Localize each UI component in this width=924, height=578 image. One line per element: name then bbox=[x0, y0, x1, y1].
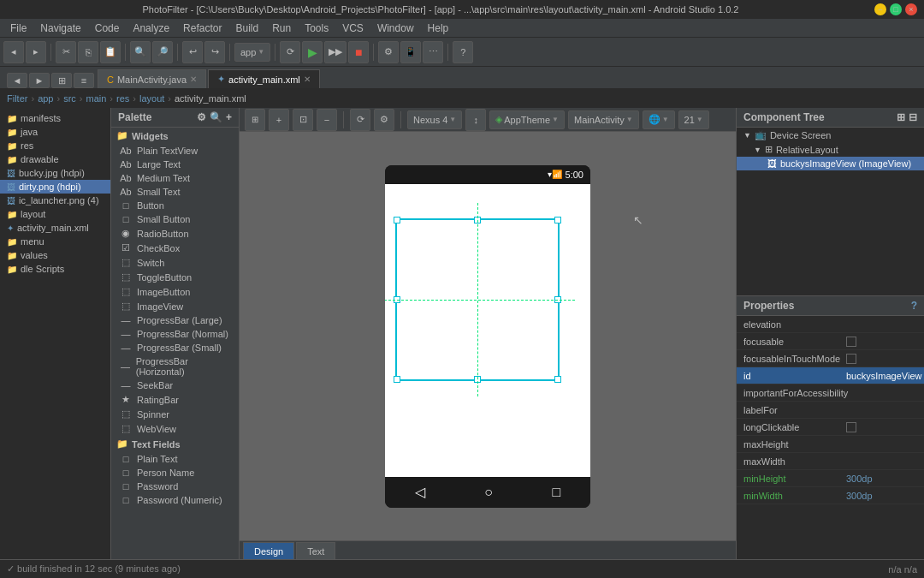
menu-refactor[interactable]: Refactor bbox=[176, 21, 228, 36]
nav-recent-icon[interactable]: □ bbox=[553, 485, 561, 500]
phone-content[interactable] bbox=[385, 184, 590, 477]
handle-bottomright[interactable] bbox=[554, 376, 561, 383]
theme-btn[interactable]: ⚙ bbox=[374, 109, 394, 131]
palette-password-numeric[interactable]: □ Password (Numeric) bbox=[111, 493, 239, 507]
design-canvas[interactable]: ▾ 📶 5:00 bbox=[240, 132, 736, 540]
properties-help-icon[interactable]: ? bbox=[911, 300, 917, 312]
palette-widgets-section[interactable]: 📁 Widgets bbox=[111, 128, 239, 144]
palette-imagebutton[interactable]: ⬚ ImageButton bbox=[111, 284, 239, 299]
handle-bottomleft[interactable] bbox=[394, 376, 400, 383]
toolbar-help[interactable]: ? bbox=[453, 41, 473, 63]
toolbar-more[interactable]: ⋯ bbox=[423, 41, 443, 63]
tab-text[interactable]: Text bbox=[296, 542, 335, 559]
nav-back-icon[interactable]: ◁ bbox=[415, 484, 425, 500]
handle-bottommid[interactable] bbox=[474, 376, 481, 383]
tab-activity-main-xml[interactable]: ✦ activity_main.xml ✕ bbox=[208, 69, 320, 88]
minimize-button[interactable]: − bbox=[874, 3, 886, 15]
zoom-in-btn[interactable]: + bbox=[269, 109, 289, 131]
prop-minwidth-value[interactable]: 300dp bbox=[846, 491, 917, 501]
handle-topright[interactable] bbox=[554, 217, 561, 223]
refresh-btn[interactable]: ⟳ bbox=[350, 109, 370, 131]
palette-plain-textview[interactable]: Ab Plain TextView bbox=[111, 144, 239, 158]
tab-design[interactable]: Design bbox=[243, 542, 294, 559]
toolbar-sdk[interactable]: ⚙ bbox=[378, 41, 399, 63]
breadcrumb-main[interactable]: main bbox=[86, 93, 107, 104]
ct-relativelayout[interactable]: ▼ ⊞ RelativeLayout bbox=[737, 142, 924, 157]
menu-code[interactable]: Code bbox=[88, 21, 127, 36]
menu-run[interactable]: Run bbox=[265, 21, 298, 36]
palette-password[interactable]: □ Password bbox=[111, 480, 239, 493]
tab-mainactivity[interactable]: C MainActivity.java ✕ bbox=[98, 69, 206, 88]
palette-textfields-section[interactable]: 📁 Text Fields bbox=[111, 436, 239, 452]
menu-tools[interactable]: Tools bbox=[298, 21, 335, 36]
breadcrumb-res[interactable]: res bbox=[116, 93, 129, 104]
menu-vcs[interactable]: VCS bbox=[335, 21, 370, 36]
maximize-button[interactable]: □ bbox=[890, 3, 902, 15]
palette-progressbar-small[interactable]: — ProgressBar (Small) bbox=[111, 341, 239, 355]
coverage-button[interactable]: ▶▶ bbox=[324, 41, 346, 63]
prop-minheight-value[interactable]: 300dp bbox=[846, 474, 917, 484]
palette-medium-text[interactable]: Ab Medium Text bbox=[111, 171, 239, 185]
prop-id-value[interactable]: buckysImageView bbox=[846, 371, 921, 381]
tree-item-gradle[interactable]: 📁 dle Scripts bbox=[0, 262, 110, 276]
toolbar-forward[interactable]: ▸ bbox=[26, 41, 46, 63]
palette-imageview[interactable]: ⬚ ImageView bbox=[111, 299, 239, 313]
run-button[interactable]: ▶ bbox=[302, 41, 323, 63]
menu-build[interactable]: Build bbox=[228, 21, 265, 36]
ct-imageview[interactable]: 🖼 buckysImageView (ImageView) bbox=[737, 157, 924, 170]
layout-bounds-btn[interactable]: ⊞ bbox=[245, 109, 265, 131]
breadcrumb-app[interactable]: app bbox=[38, 93, 53, 104]
breadcrumb-filter[interactable]: Filter bbox=[7, 93, 27, 104]
tree-item-activity-main[interactable]: ✦ activity_main.xml bbox=[0, 221, 110, 235]
menu-navigate[interactable]: Navigate bbox=[33, 21, 87, 36]
palette-progressbar-horiz[interactable]: — ProgressBar (Horizontal) bbox=[111, 355, 239, 378]
handle-midright[interactable] bbox=[554, 296, 561, 303]
tree-item-layout[interactable]: 📁 layout bbox=[0, 207, 110, 221]
palette-small-button[interactable]: □ Small Button bbox=[111, 212, 239, 226]
apptheme-dropdown[interactable]: ◈ AppTheme ▼ bbox=[489, 110, 565, 129]
toolbar-sync[interactable]: ⟳ bbox=[280, 41, 300, 63]
zoom-fit-btn[interactable]: ⊡ bbox=[293, 109, 313, 131]
palette-webview[interactable]: ⬚ WebView bbox=[111, 421, 239, 436]
ct-device-screen[interactable]: ▼ 📺 Device Screen bbox=[737, 128, 924, 142]
handle-midleft[interactable] bbox=[394, 296, 400, 303]
tree-item-drawable[interactable]: 📁 drawable bbox=[0, 152, 110, 166]
palette-switch[interactable]: ⬚ Switch bbox=[111, 255, 239, 270]
toolbar-search[interactable]: 🔍 bbox=[130, 41, 151, 63]
app-module-dropdown[interactable]: app ▼ bbox=[234, 43, 270, 62]
palette-checkbox[interactable]: ☑ CheckBox bbox=[111, 241, 239, 255]
tree-item-values[interactable]: 📁 values bbox=[0, 248, 110, 262]
tree-item-menu[interactable]: 📁 menu bbox=[0, 235, 110, 248]
toolbar-redo[interactable]: ↪ bbox=[204, 41, 225, 63]
ct-collapse-icon[interactable]: ⊟ bbox=[909, 111, 917, 123]
palette-button[interactable]: □ Button bbox=[111, 199, 239, 212]
menu-window[interactable]: Window bbox=[370, 21, 421, 36]
menu-analyze[interactable]: Analyze bbox=[126, 21, 176, 36]
palette-progressbar-large[interactable]: — ProgressBar (Large) bbox=[111, 313, 239, 327]
prop-longclickable-checkbox[interactable] bbox=[846, 422, 856, 432]
tree-item-iclauncher[interactable]: 🖼 ic_launcher.png (4) bbox=[0, 194, 110, 207]
breadcrumb-layout[interactable]: layout bbox=[139, 93, 164, 104]
palette-seekbar[interactable]: — SeekBar bbox=[111, 378, 239, 392]
prop-focusintouchmode-checkbox[interactable] bbox=[846, 354, 856, 364]
stop-button[interactable]: ■ bbox=[348, 41, 369, 63]
palette-small-text[interactable]: Ab Small Text bbox=[111, 185, 239, 199]
palette-togglebutton[interactable]: ⬚ ToggleButton bbox=[111, 270, 239, 284]
toolbar-cut[interactable]: ✂ bbox=[56, 41, 76, 63]
tab-recent[interactable]: ⊞ bbox=[51, 73, 72, 88]
toolbar-undo[interactable]: ↩ bbox=[182, 41, 203, 63]
activity-dropdown[interactable]: MainActivity ▼ bbox=[568, 110, 639, 129]
tab-mainactivity-close[interactable]: ✕ bbox=[190, 74, 197, 84]
ct-expand-icon[interactable]: ⊞ bbox=[897, 111, 905, 123]
palette-progressbar-normal[interactable]: — ProgressBar (Normal) bbox=[111, 327, 239, 341]
nexus-dropdown[interactable]: Nexus 4 ▼ bbox=[407, 110, 462, 129]
tree-item-dirty[interactable]: 🖼 dirty.png (hdpi) bbox=[0, 180, 110, 194]
palette-plain-text[interactable]: □ Plain Text bbox=[111, 452, 239, 466]
toolbar-back[interactable]: ◂ bbox=[3, 41, 24, 63]
locale-dropdown[interactable]: 🌐 ▼ bbox=[643, 110, 675, 129]
tab-nav-forward[interactable]: ► bbox=[29, 73, 50, 88]
palette-radiobutton[interactable]: ◉ RadioButton bbox=[111, 226, 239, 241]
palette-search-icon[interactable]: 🔍 bbox=[210, 111, 222, 123]
tree-item-res[interactable]: 📁 res bbox=[0, 139, 110, 152]
close-button[interactable]: × bbox=[905, 3, 917, 15]
